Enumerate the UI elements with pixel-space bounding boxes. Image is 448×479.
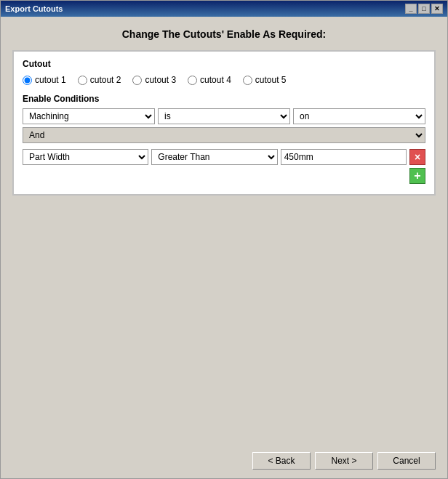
cutout-radio-row: cutout 1 cutout 2 cutout 3 cutout 4 cuto… — [23, 75, 425, 85]
radio-cutout5[interactable]: cutout 5 — [243, 75, 287, 85]
condition2-value-input[interactable] — [281, 149, 407, 165]
next-button[interactable]: Next > — [315, 452, 373, 470]
radio-cutout1[interactable]: cutout 1 — [23, 75, 66, 85]
radio-cutout2-label: cutout 2 — [90, 75, 121, 85]
radio-cutout3-label: cutout 3 — [145, 75, 176, 85]
radio-cutout2[interactable]: cutout 2 — [78, 75, 121, 85]
radio-cutout4-label: cutout 4 — [200, 75, 231, 85]
titlebar-controls: _ □ ✕ — [405, 4, 443, 14]
close-button[interactable]: ✕ — [431, 4, 443, 14]
add-row: + — [23, 168, 425, 184]
footer: < Back Next > Cancel — [1, 446, 447, 478]
remove-condition-button[interactable]: × — [409, 149, 425, 165]
content-area: Change The Cutouts' Enable As Required: … — [1, 17, 447, 446]
minimize-button[interactable]: _ — [405, 4, 417, 14]
and-select[interactable]: And — [23, 127, 425, 143]
titlebar: Export Cutouts _ □ ✕ — [1, 1, 447, 17]
enable-conditions-label: Enable Conditions — [23, 94, 425, 104]
titlebar-title: Export Cutouts — [5, 4, 63, 13]
radio-cutout4[interactable]: cutout 4 — [188, 75, 231, 85]
condition-row-2: Part Width Greater Than × — [23, 149, 425, 165]
and-row: And — [23, 127, 425, 146]
content-spacer — [12, 196, 436, 440]
condition1-value-select[interactable]: on — [293, 108, 425, 124]
cancel-button[interactable]: Cancel — [377, 452, 436, 470]
condition1-field-select[interactable]: Machining — [23, 108, 155, 124]
window: Export Cutouts _ □ ✕ Change The Cutouts'… — [0, 0, 448, 479]
main-title: Change The Cutouts' Enable As Required: — [12, 28, 436, 40]
cutout-group-label: Cutout — [23, 59, 425, 69]
add-condition-button[interactable]: + — [409, 168, 425, 184]
main-panel: Cutout cutout 1 cutout 2 cutout 3 cutout… — [12, 50, 436, 196]
back-button[interactable]: < Back — [252, 452, 311, 470]
maximize-button[interactable]: □ — [418, 4, 430, 14]
radio-cutout1-label: cutout 1 — [35, 75, 66, 85]
condition1-operator-select[interactable]: is — [158, 108, 290, 124]
radio-cutout3[interactable]: cutout 3 — [132, 75, 176, 85]
condition2-operator-select[interactable]: Greater Than — [151, 149, 277, 165]
condition2-field-select[interactable]: Part Width — [23, 149, 148, 165]
condition-row-1: Machining is on — [23, 108, 425, 124]
radio-cutout5-label: cutout 5 — [255, 75, 287, 85]
